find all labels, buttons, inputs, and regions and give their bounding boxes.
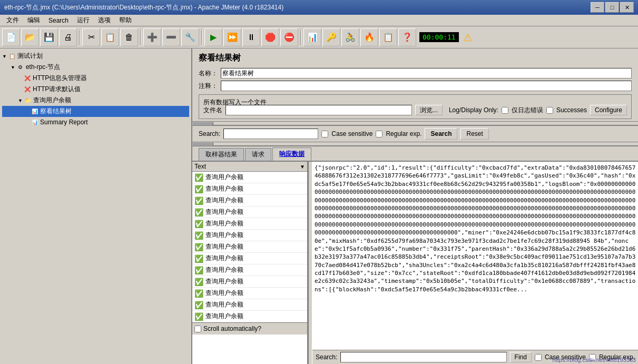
tab-request[interactable]: 请求	[245, 148, 271, 161]
menu-item-选项[interactable]: 选项	[94, 15, 115, 26]
list-item-4[interactable]: ✅查询用户余额	[192, 218, 307, 230]
toolbar-copy-button[interactable]: 📋	[101, 28, 119, 46]
menu-item-文件[interactable]: 文件	[2, 15, 23, 26]
status-icon-1: ✅	[194, 185, 203, 193]
browse-button[interactable]: 浏览...	[415, 105, 443, 115]
minimize-button[interactable]: ─	[591, 2, 604, 13]
list-label-10: 查询用户余额	[205, 289, 243, 298]
toolbar-stop-button[interactable]: 🛑	[261, 28, 279, 46]
timer-display: 00:00:11	[419, 32, 459, 42]
tree-icon-4: 📁	[24, 96, 32, 105]
bottom-regular-exp-checkbox[interactable]	[589, 354, 596, 361]
toolbar-help-button[interactable]: ❓	[398, 28, 416, 46]
scroll-auto-row: Scroll automatically?	[192, 322, 307, 335]
toolbar-run-all-button[interactable]: ⏩	[223, 28, 241, 46]
case-sensitive-label: Case sensitive	[331, 130, 372, 137]
toolbar-cut-button[interactable]: ✂	[82, 28, 100, 46]
toolbar-chart-button[interactable]: 📊	[303, 28, 321, 46]
list-label-6: 查询用户余额	[205, 242, 243, 251]
list-header: Text ▼	[192, 162, 307, 172]
list-item-12[interactable]: ✅查询用户余额	[192, 311, 307, 322]
list-item-5[interactable]: ✅查询用户余额	[192, 230, 307, 241]
regular-exp-checkbox[interactable]	[376, 131, 382, 137]
bottom-case-sensitive-checkbox[interactable]	[535, 354, 542, 361]
scroll-auto-checkbox[interactable]	[194, 326, 201, 332]
toolbar-expand-button[interactable]: ➕	[143, 28, 161, 46]
list-sort-arrow[interactable]: ▼	[300, 164, 305, 170]
tree-item-6[interactable]: 📊Summary Report	[2, 117, 189, 127]
list-item-11[interactable]: ✅查询用户余额	[192, 299, 307, 311]
toolbar-new-button[interactable]: 📄	[2, 28, 20, 46]
toolbar-print-button[interactable]: 🖨	[59, 28, 77, 46]
list-item-2[interactable]: ✅查询用户余额	[192, 195, 307, 206]
tab-response-data[interactable]: 响应数据	[272, 147, 311, 161]
search-label: Search:	[199, 130, 220, 137]
resize-handle[interactable]	[308, 162, 312, 364]
list-panel: Text ▼ ✅查询用户余额✅查询用户余额✅查询用户余额✅查询用户余额✅查询用户…	[192, 162, 308, 364]
successes-label: Successes	[556, 106, 587, 114]
toolbar-stop-all-button[interactable]: ⛔	[280, 28, 298, 46]
status-icon-2: ✅	[194, 196, 203, 205]
list-item-6[interactable]: ✅查询用户余额	[192, 241, 307, 253]
file-name-input[interactable]	[225, 105, 412, 115]
tree-item-2[interactable]: ❌HTTP信息头管理器	[2, 73, 189, 84]
menu-item-运行[interactable]: 运行	[73, 15, 94, 26]
menu-item-帮助[interactable]: 帮助	[115, 15, 136, 26]
toolbar-pause-button[interactable]: ⏸	[242, 28, 260, 46]
toolbar-run2-button[interactable]: 🚴	[341, 28, 359, 46]
list-item-10[interactable]: ✅查询用户余额	[192, 288, 307, 299]
warning-icon: ⚠	[463, 31, 473, 44]
status-icon-8: ✅	[194, 266, 203, 274]
toolbar-key-button[interactable]: 🔑	[322, 28, 340, 46]
bottom-search-input[interactable]	[340, 352, 506, 362]
successes-checkbox[interactable]	[546, 107, 553, 114]
toolbar-save-button[interactable]: 💾	[40, 28, 58, 46]
search-input[interactable]	[223, 129, 318, 139]
find-button[interactable]: Find	[510, 352, 532, 362]
list-item-3[interactable]: ✅查询用户余额	[192, 206, 307, 218]
toolbar-run-button[interactable]: ▶	[204, 28, 222, 46]
menu-bar: 文件编辑Search运行选项帮助	[0, 15, 638, 26]
tree-icon-2: ❌	[23, 74, 32, 83]
search-button[interactable]: Search	[425, 128, 457, 140]
regular-exp-label: Regular exp.	[386, 130, 421, 137]
list-item-8[interactable]: ✅查询用户余额	[192, 264, 307, 276]
status-icon-7: ✅	[194, 254, 203, 263]
tree-item-3[interactable]: ❌HTTP请求默认值	[2, 84, 189, 95]
tree-item-5[interactable]: 📊察看结果树	[2, 106, 189, 117]
close-button[interactable]: ✕	[620, 2, 634, 13]
log-error-checkbox[interactable]	[502, 107, 508, 114]
list-item-9[interactable]: ✅查询用户余额	[192, 276, 307, 288]
tree-label-1: eth-rpc-节点	[26, 63, 60, 72]
menu-item-Search[interactable]: Search	[44, 16, 73, 25]
maximize-button[interactable]: □	[605, 2, 619, 13]
toolbar-delete-button[interactable]: 🗑	[120, 28, 138, 46]
list-label-0: 查询用户余额	[205, 173, 243, 182]
menu-item-编辑[interactable]: 编辑	[23, 15, 44, 26]
tab-sampler-result[interactable]: 取样器结果	[199, 148, 244, 161]
toolbar-list-button[interactable]: 📋	[379, 28, 397, 46]
case-sensitive-checkbox[interactable]	[321, 131, 328, 137]
comment-input[interactable]	[221, 81, 632, 91]
tree-icon-3: ❌	[23, 85, 32, 94]
configure-button[interactable]: Configure	[590, 105, 627, 115]
tree-item-0[interactable]: ▼📋测试计划	[2, 51, 189, 62]
file-section: 所有数据写入一个文件 文件名 浏览... Log/Display Only: 仅…	[199, 94, 632, 119]
toolbar-collapse-button[interactable]: ➖	[162, 28, 180, 46]
response-search-bar: Search: Find Case sensitive Regular exp.	[312, 350, 638, 364]
tree-item-4[interactable]: ▼📁查询用户余额	[2, 95, 189, 106]
name-input[interactable]	[221, 68, 632, 78]
name-label: 名称：	[199, 69, 218, 78]
toolbar-sep-1	[79, 30, 80, 45]
list-item-7[interactable]: ✅查询用户余额	[192, 253, 307, 264]
toolbar-fire-button[interactable]: 🔥	[360, 28, 378, 46]
toolbar-open-button[interactable]: 📂	[21, 28, 39, 46]
list-item-0[interactable]: ✅查询用户余额	[192, 172, 307, 183]
toolbar-settings-button[interactable]: 🔧	[181, 28, 199, 46]
tree-label-4: 查询用户余额	[33, 96, 71, 105]
tree-label-5: 察看结果树	[40, 107, 72, 116]
tree-item-1[interactable]: ▼⚙eth-rpc-节点	[2, 62, 189, 73]
reset-button[interactable]: Reset	[460, 128, 488, 140]
list-item-1[interactable]: ✅查询用户余额	[192, 183, 307, 195]
status-icon-0: ✅	[194, 173, 203, 182]
